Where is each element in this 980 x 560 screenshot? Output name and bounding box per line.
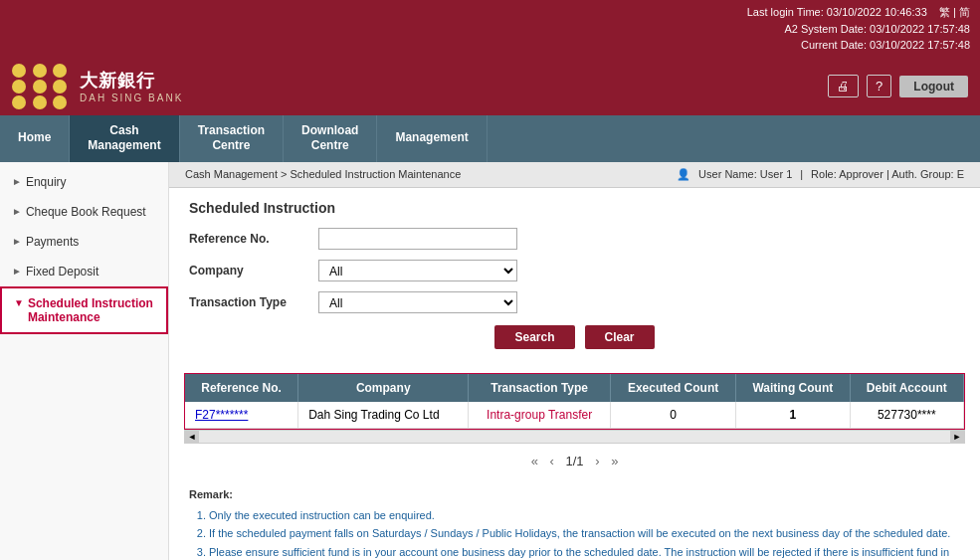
col-executed-count: Executed Count <box>610 374 735 402</box>
nav-cash-management[interactable]: CashManagement <box>70 115 179 162</box>
col-debit-account: Debit Account <box>850 374 963 402</box>
button-row: Search Clear <box>189 325 960 349</box>
col-waiting-count: Waiting Count <box>736 374 850 402</box>
remark-item: Only the executed instruction can be enq… <box>209 506 960 525</box>
enquiry-arrow: ► <box>12 176 22 187</box>
sidebar: ► Enquiry ► Cheque Book Request ► Paymen… <box>0 162 169 560</box>
sidebar-label-fixed-deposit: Fixed Deposit <box>26 265 98 279</box>
cheque-arrow: ► <box>12 206 22 217</box>
breadcrumb: Cash Management > Scheduled Instruction … <box>169 162 980 188</box>
ref-no-label: Reference No. <box>189 232 318 246</box>
scroll-right-arrow[interactable]: ► <box>950 430 964 444</box>
header-icons: 🖨 ? Logout <box>828 75 968 97</box>
page-last[interactable]: » <box>611 454 618 468</box>
sidebar-item-cheque-book-request[interactable]: ► Cheque Book Request <box>0 197 168 227</box>
cell-waiting-count: 1 <box>736 402 850 429</box>
nav-download-centre[interactable]: DownloadCentre <box>284 115 377 162</box>
role-info: Role: Approver | Auth. Group: E <box>811 168 964 180</box>
table-row: F27******* Dah Sing Trading Co Ltd Intra… <box>185 402 964 429</box>
main-content: Cash Management > Scheduled Instruction … <box>169 162 980 560</box>
col-ref-no: Reference No. <box>185 374 298 402</box>
nav-transaction-centre[interactable]: TransactionCentre <box>180 115 284 162</box>
breadcrumb-path: Cash Management > Scheduled Instruction … <box>185 168 461 180</box>
page-first[interactable]: « <box>531 454 538 468</box>
sidebar-label-scheduled: Scheduled Instruction Maintenance <box>28 296 154 324</box>
company-select[interactable]: All <box>318 260 517 281</box>
sidebar-label-enquiry: Enquiry <box>26 175 67 189</box>
pagination: « ‹ 1/1 › » <box>169 444 980 478</box>
trans-type-select[interactable]: All <box>318 291 517 313</box>
form-title: Scheduled Instruction <box>189 200 960 216</box>
clear-button[interactable]: Clear <box>585 325 655 349</box>
bank-name: 大新銀行 <box>80 69 183 93</box>
cell-debit-account: 527730**** <box>850 402 963 429</box>
company-row: Company All <box>189 260 960 281</box>
sidebar-label-payments: Payments <box>26 235 79 249</box>
system-date-text: A2 System Date: 03/10/2022 17:57:48 <box>10 21 970 38</box>
scroll-row: ◄ ► <box>184 430 965 444</box>
lang-switch[interactable]: 繁 | 简 <box>939 6 970 18</box>
col-company: Company <box>298 374 469 402</box>
user-info: 👤 User Name: User 1 | Role: Approver | A… <box>677 168 964 181</box>
page-info: 1/1 <box>565 454 583 468</box>
ref-no-input[interactable] <box>318 228 517 250</box>
cell-executed-count: 0 <box>610 402 735 429</box>
page-next[interactable]: › <box>595 454 599 468</box>
sidebar-item-payments[interactable]: ► Payments <box>0 227 168 257</box>
data-table: Reference No. Company Transaction Type E… <box>185 374 964 429</box>
remark-item: Please ensure sufficient fund is in your… <box>209 543 960 560</box>
logout-button[interactable]: Logout <box>899 76 968 97</box>
bank-header: 大新銀行 DAH SING BANK 🖨 ? Logout <box>0 58 980 115</box>
top-bar: Last login Time: 03/10/2022 10:46:33 繁 |… <box>0 0 980 58</box>
nav-management[interactable]: Management <box>377 115 487 162</box>
sidebar-item-fixed-deposit[interactable]: ► Fixed Deposit <box>0 257 168 286</box>
bank-logo: 大新銀行 DAH SING BANK <box>12 64 183 109</box>
payments-arrow: ► <box>12 236 22 247</box>
col-trans-type: Transaction Type <box>469 374 611 402</box>
user-name: User Name: User 1 <box>698 168 792 180</box>
table-container: Reference No. Company Transaction Type E… <box>184 373 965 430</box>
remark-item: If the scheduled payment falls on Saturd… <box>209 524 960 543</box>
trans-type-row: Transaction Type All <box>189 291 960 313</box>
cell-company: Dah Sing Trading Co Ltd <box>298 402 469 429</box>
separator: | <box>800 168 803 180</box>
sidebar-item-enquiry[interactable]: ► Enquiry <box>0 167 168 197</box>
remarks-section: Remark: Only the executed instruction ca… <box>169 478 980 560</box>
layout: ► Enquiry ► Cheque Book Request ► Paymen… <box>0 162 980 560</box>
logo-icon <box>12 64 72 109</box>
last-login-text: Last login Time: 03/10/2022 10:46:33 <box>747 6 927 18</box>
search-button[interactable]: Search <box>494 325 574 349</box>
cell-ref-no[interactable]: F27******* <box>185 402 298 429</box>
fixed-deposit-arrow: ► <box>12 266 22 277</box>
sidebar-item-scheduled-instruction[interactable]: ▼ Scheduled Instruction Maintenance <box>0 286 168 334</box>
main-nav: Home CashManagement TransactionCentre Do… <box>0 115 980 162</box>
trans-type-label: Transaction Type <box>189 295 318 309</box>
ref-no-row: Reference No. <box>189 228 960 250</box>
user-icon: 👤 <box>677 168 690 181</box>
company-label: Company <box>189 264 318 278</box>
remark-list: Only the executed instruction can be enq… <box>189 506 960 560</box>
page-prev[interactable]: ‹ <box>549 454 553 468</box>
remark-title: Remark: <box>189 488 960 500</box>
sidebar-label-cheque: Cheque Book Request <box>26 205 146 219</box>
scroll-left-arrow[interactable]: ◄ <box>185 430 199 444</box>
form-section: Scheduled Instruction Reference No. Comp… <box>169 188 980 373</box>
scheduled-arrow: ▼ <box>14 297 24 308</box>
current-date-text: Current Date: 03/10/2022 17:57:48 <box>10 37 970 54</box>
help-button[interactable]: ? <box>867 75 891 97</box>
bank-sub: DAH SING BANK <box>80 93 183 103</box>
cell-trans-type: Intra-group Transfer <box>469 402 611 429</box>
nav-home[interactable]: Home <box>0 115 70 162</box>
print-button[interactable]: 🖨 <box>828 75 859 97</box>
